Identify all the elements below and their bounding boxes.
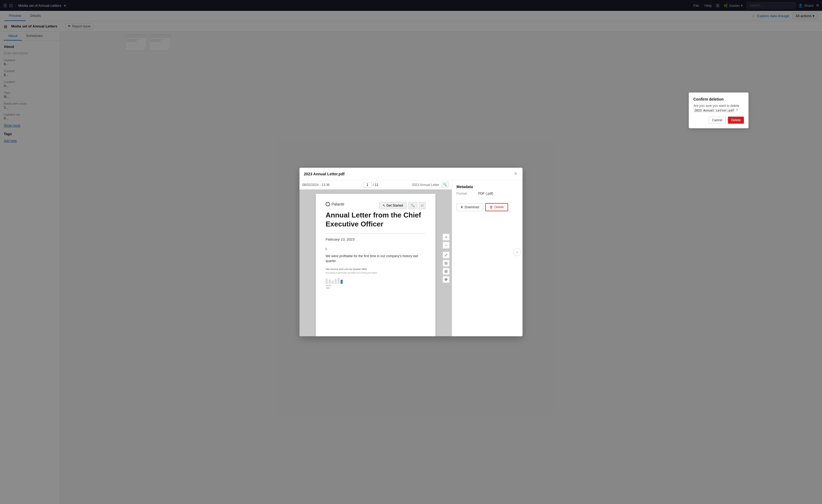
delete-icon: 🗑 [490,205,493,209]
modal-title: 2023 Annual Letter.pdf [304,172,513,176]
modal-body: 08/02/2024 - 13:36 / 11 2023 Annual Lett… [300,180,522,336]
confirm-actions: Cancel Delete [693,117,744,124]
cancel-deletion-button[interactable]: Cancel [709,117,726,124]
format-val: PDF (.pdf) [478,192,493,195]
zoom-out-button[interactable]: − [443,242,450,249]
pdf-doc-title: 2023 Annual Letter [412,183,439,187]
next-arrow-button[interactable]: › [513,248,521,256]
right-panel: Metadata Format PDF (.pdf) ⬇ Download [452,180,522,336]
chart-bars [326,276,426,284]
confirm-deletion-popover: Confirm deletion Are you sure you want t… [689,92,749,128]
pdf-toolbar-left: 08/02/2024 - 13:36 [302,183,330,187]
action-buttons: ⬇ Download 🗑 Delete [456,203,518,211]
metadata-section: Metadata Format PDF (.pdf) [456,185,518,198]
copy-view-button[interactable]: ⧉ [443,260,450,267]
modal-header: 2023 Annual Letter.pdf × [300,168,522,180]
pdf-section-num: I. [326,247,426,251]
confirm-filename: 2023 Annual Letter.pdf [693,108,735,113]
modal-close-button[interactable]: × [513,171,518,177]
pdf-modal: 2023 Annual Letter.pdf × 08/02/2024 - 13… [300,168,522,336]
confirm-deletion-text: Are you sure you want to delete 2023 Ann… [693,104,744,113]
fit-screen-button[interactable]: ⤢ [443,251,450,259]
download-icon: ⬇ [460,205,463,209]
confirm-text-after: ? [735,108,738,112]
confirm-delete-button[interactable]: Delete [728,117,744,124]
copy-icon-button[interactable]: □ [419,202,426,209]
fit-width-button[interactable]: ⊞ [443,268,450,275]
pdf-timestamp: 08/02/2024 - 13:36 [302,183,330,187]
confirm-deletion-title: Confirm deletion [693,97,744,101]
pdf-divider [326,233,426,234]
get-started-area: ↖ Get Started 🔍 □ [379,202,426,209]
pdf-date: February 13, 2023 [326,237,426,241]
chart-sub: according to generally accepted accounti… [326,272,426,274]
total-pages: 11 [375,183,378,187]
page-separator: / [373,183,374,187]
download-label: Download [465,205,479,209]
pdf-paper: ↖ Get Started 🔍 □ Palantir [316,194,435,336]
delete-label: Delete [494,205,504,209]
pdf-search-button[interactable]: 🔍 [441,182,449,188]
format-key: Format [456,192,475,195]
modal-overlay: 2023 Annual Letter.pdf × 08/02/2024 - 13… [60,32,822,504]
zoom-in-button[interactable]: + [443,234,450,241]
pdf-body-text: We were profitable for the first time in… [326,254,426,263]
logo-circle [326,202,330,206]
confirm-text-before: Are you sure you want to delete [693,104,739,108]
pdf-viewer: 08/02/2024 - 13:36 / 11 2023 Annual Lett… [300,180,452,336]
page-layout: About Schedules About Enter description … [0,32,822,504]
pdf-toolbar: 08/02/2024 - 13:36 / 11 2023 Annual Lett… [300,180,452,189]
search-icon-button[interactable]: 🔍 [408,202,417,209]
chart-label: Net Income and Loss by Quarter ($M) [326,268,426,270]
pdf-page-area[interactable]: ↖ Get Started 🔍 □ Palantir [300,189,452,336]
logo-text: Palantir [332,202,344,206]
move-button[interactable]: ✥ [443,276,450,283]
chart-values: -$100 -$60 [326,284,426,289]
pdf-chart-area: Net Income and Loss by Quarter ($M) acco… [326,268,426,289]
metadata-title: Metadata [456,185,518,189]
pdf-toolbar-right: 2023 Annual Letter 🔍 [412,182,449,188]
pdf-heading: Annual Letter from the Chief Executive O… [326,211,426,228]
download-button[interactable]: ⬇ Download [456,203,483,211]
get-started-button[interactable]: ↖ Get Started [379,202,407,209]
main-content: □ □ 2023 Annual Letter.pdf [60,32,822,504]
delete-button[interactable]: 🗑 Delete [485,203,508,211]
format-field: Format PDF (.pdf) [456,192,518,195]
zoom-controls: + − ⤢ ⧉ ⊞ ✥ [443,234,450,283]
pdf-page-controls: / 11 [363,182,379,188]
page-number-input[interactable] [363,182,372,188]
